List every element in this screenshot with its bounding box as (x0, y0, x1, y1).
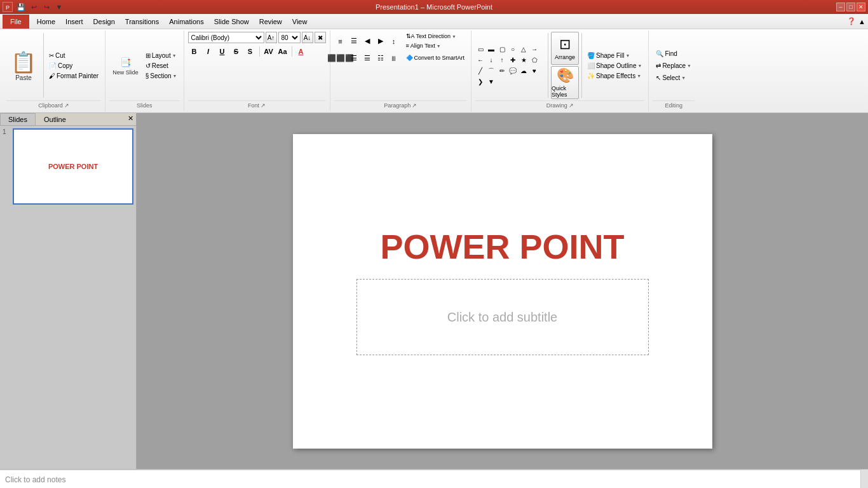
replace-button[interactable]: ⇄ Replace ▼ (653, 60, 695, 71)
design-menu[interactable]: Design (88, 15, 120, 29)
line-spacing-button[interactable]: ↕ (388, 35, 400, 48)
arrange-container: ⊡ Arrange 🎨 Quick Styles (551, 32, 579, 99)
notes-placeholder[interactable]: Click to add notes (5, 475, 65, 484)
clear-format-button[interactable]: ✖ (315, 32, 326, 43)
shape-arrow-left[interactable]: ← (475, 55, 485, 65)
insert-menu[interactable]: Insert (60, 15, 88, 29)
shape-line[interactable]: ╱ (475, 66, 485, 76)
slide-subtitle-placeholder[interactable]: Click to add subtitle (356, 279, 649, 355)
shape-oval[interactable]: ○ (508, 44, 518, 55)
arrange-button[interactable]: ⊡ Arrange (551, 32, 579, 65)
ribbon-content: 📋 Paste ✂ Cut 📄 Copy 🖌 Format Pai (0, 29, 868, 112)
shape-rect[interactable]: ▭ (475, 44, 485, 55)
home-menu[interactable]: Home (32, 15, 60, 29)
shape-curve[interactable]: ⌒ (486, 66, 496, 76)
columns-button[interactable]: ⫼ (388, 51, 400, 64)
shape-rounded[interactable]: ▢ (497, 44, 507, 55)
convert-smartart-button[interactable]: 🔷 Convert to SmartArt (403, 53, 468, 62)
reset-button[interactable]: ↺ Reset (143, 61, 180, 71)
shape-arrow-down[interactable]: ↓ (486, 55, 496, 65)
undo-button[interactable]: ↩ (28, 1, 39, 13)
select-button[interactable]: ↖ Select ▼ (653, 72, 695, 83)
strikethrough-button[interactable]: S (230, 45, 243, 58)
section-button[interactable]: § Section ▼ (143, 71, 180, 81)
italic-button[interactable]: I (202, 45, 215, 58)
align-center-button[interactable]: ☰ (348, 51, 360, 64)
shape-fill-button[interactable]: 🪣 Shape Fill ▼ (585, 51, 644, 60)
font-color-button[interactable]: A (295, 45, 308, 58)
close-button[interactable]: ✕ (857, 3, 865, 11)
transitions-menu[interactable]: Transitions (120, 15, 164, 29)
shadow-button[interactable]: S (244, 45, 257, 58)
shape-star[interactable]: ★ (519, 55, 529, 65)
align-text-button[interactable]: ≡ Align Text ▼ (403, 41, 459, 50)
new-slide-button[interactable]: 📑 New Slide (109, 46, 142, 85)
shape-cloud[interactable]: ☁ (519, 66, 529, 76)
shape-outline-button[interactable]: ⬜ Shape Outline ▼ (585, 61, 644, 71)
file-menu[interactable]: File (3, 15, 29, 29)
tab-slides[interactable]: Slides (0, 113, 36, 125)
customize-qat-button[interactable]: ▼ (53, 1, 65, 13)
slide-title[interactable]: POWER POINT (380, 227, 624, 266)
font-name-select[interactable]: Calibri (Body) (188, 32, 264, 43)
restore-button[interactable]: □ (846, 3, 855, 11)
shape-rect2[interactable]: ▬ (486, 44, 496, 55)
shape-arrow-up[interactable]: ↑ (497, 55, 507, 65)
format-painter-button[interactable]: 🖌 Format Painter (46, 71, 101, 81)
change-case-button[interactable]: Aa (276, 45, 289, 58)
shape-chevron[interactable]: ❯ (475, 77, 485, 87)
shapes-container: ▭ ▬ ▢ ○ △ → ← ↓ ↑ ✚ ★ ⬠ ╱ ⌒ ✏ (475, 44, 545, 87)
slide-thumbnail[interactable]: POWER POINT (13, 128, 133, 205)
decrease-font-button[interactable]: A↓ (302, 32, 313, 43)
drawing-expand-icon[interactable]: ↗ (569, 102, 574, 109)
text-direction-button[interactable]: ⇅A Text Direction ▼ (403, 32, 459, 41)
clipboard-expand-icon[interactable]: ↗ (64, 102, 69, 109)
main-area: Slides Outline ✕ 1 POWER POINT POWER POI… (0, 113, 868, 469)
find-button[interactable]: 🔍 Find (653, 48, 695, 59)
minimize-ribbon-icon[interactable]: ▲ (858, 18, 865, 25)
char-spacing-button[interactable]: AV (262, 45, 275, 58)
paragraph-controls: ≡ ☰ ◀ ▶ ↕ ⇅A Text Direction ▼ ≡ Align Te (334, 32, 468, 99)
redo-button[interactable]: ↪ (41, 1, 52, 13)
shape-effects-button[interactable]: ✨ Shape Effects ▼ (585, 71, 644, 81)
quick-styles-button[interactable]: 🎨 Quick Styles (551, 66, 579, 99)
shapes-more[interactable]: ▼ (486, 77, 496, 87)
help-icon[interactable]: ❓ (847, 17, 856, 25)
animations-menu[interactable]: Animations (164, 15, 208, 29)
view-menu[interactable]: View (287, 15, 313, 29)
tab-outline[interactable]: Outline (36, 113, 74, 125)
numbering-button[interactable]: ☰ (348, 35, 360, 48)
review-menu[interactable]: Review (254, 15, 287, 29)
bullets-button[interactable]: ≡ (334, 35, 347, 48)
paste-button[interactable]: 📋 Paste (6, 47, 41, 85)
align-left-button[interactable]: ⬛⬛⬛ (334, 51, 347, 64)
justify-button[interactable]: ☷ (374, 51, 387, 64)
shape-arrow-right[interactable]: → (529, 44, 539, 55)
shape-callout[interactable]: 💬 (508, 66, 518, 76)
shape-pentagon[interactable]: ⬠ (529, 55, 539, 65)
increase-font-button[interactable]: A↑ (266, 32, 277, 43)
copy-button[interactable]: 📄 Copy (46, 61, 101, 71)
shape-tri[interactable]: △ (519, 44, 529, 55)
layout-button[interactable]: ⊞ Layout ▼ (143, 51, 180, 60)
save-button[interactable]: 💾 (15, 1, 27, 13)
shape-freeform[interactable]: ✏ (497, 66, 507, 76)
bold-button[interactable]: B (188, 45, 201, 58)
notes-scrollbar[interactable] (860, 470, 868, 488)
font-expand-icon[interactable]: ↗ (261, 102, 266, 109)
slideshow-menu[interactable]: Slide Show (209, 15, 254, 29)
increase-indent-button[interactable]: ▶ (374, 35, 387, 48)
underline-button[interactable]: U (216, 45, 229, 58)
decrease-indent-button[interactable]: ◀ (361, 35, 374, 48)
minimize-button[interactable]: – (836, 3, 845, 11)
sidebar-close-button[interactable]: ✕ (125, 113, 136, 125)
notes-area[interactable]: Click to add notes (0, 470, 860, 488)
shape-cross[interactable]: ✚ (508, 55, 518, 65)
cut-button[interactable]: ✂ Cut (46, 51, 101, 60)
font-size-select[interactable]: 80 (278, 32, 301, 43)
text-direction-icon: ⇅A (406, 33, 415, 39)
shape-heart[interactable]: ♥ (529, 66, 539, 76)
paragraph-expand-icon[interactable]: ↗ (412, 102, 417, 109)
slide-canvas[interactable]: POWER POINT Click to add subtitle (293, 134, 712, 449)
align-right-button[interactable]: ☰ (361, 51, 374, 64)
